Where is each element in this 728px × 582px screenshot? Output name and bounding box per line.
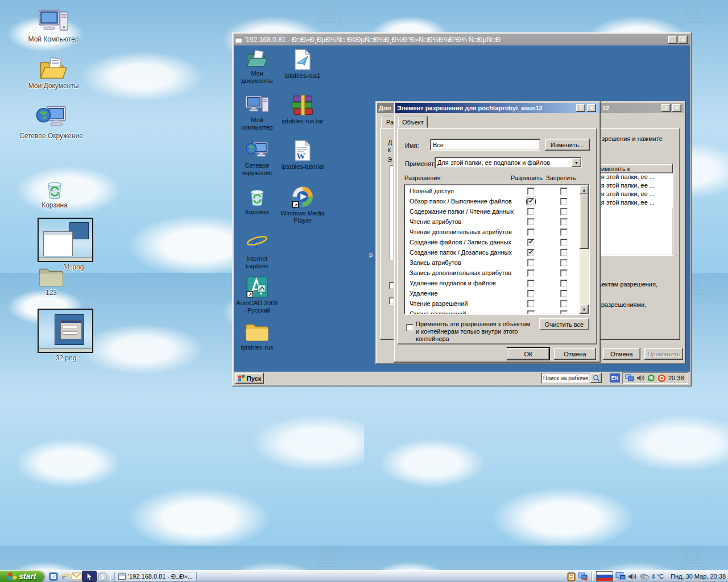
help-button[interactable]: ? bbox=[661, 104, 671, 112]
quick-launch-mail[interactable] bbox=[71, 571, 82, 581]
allow-checkbox[interactable] bbox=[527, 198, 535, 205]
apply-to-column-header[interactable]: Применять к bbox=[591, 164, 673, 173]
permission-row[interactable]: Запись атрибутов bbox=[405, 257, 580, 268]
close-button[interactable]: ✕ bbox=[587, 104, 596, 112]
allow-checkbox[interactable] bbox=[527, 280, 535, 287]
remote-icon-my-computer[interactable]: Мой компьютер bbox=[235, 94, 279, 131]
apply-to-row[interactable]: Для этой папки, ее ... bbox=[591, 199, 673, 207]
deny-checkbox[interactable] bbox=[560, 259, 568, 267]
permission-row[interactable]: Обзор папок / Выполнение файлов bbox=[405, 196, 580, 206]
scrollbar[interactable]: ▲ ▼ bbox=[580, 185, 589, 314]
close-button[interactable]: ✕ bbox=[672, 104, 681, 112]
remote-icon-my-documents[interactable]: Мои документы bbox=[235, 49, 279, 85]
deny-checkbox[interactable] bbox=[560, 300, 568, 307]
desktop-icon-my-computer[interactable]: Мой Компьютер bbox=[19, 8, 88, 43]
allow-checkbox[interactable] bbox=[527, 188, 535, 195]
permissions-listbox[interactable]: Полный доступ Обзор папок / Выполнение ф… bbox=[404, 184, 590, 315]
allow-checkbox[interactable] bbox=[527, 269, 535, 277]
deny-checkbox[interactable] bbox=[560, 249, 568, 256]
remote-icon-network[interactable]: Сетевое окружение bbox=[235, 140, 279, 177]
allow-checkbox[interactable] bbox=[527, 208, 535, 215]
deny-checkbox[interactable] bbox=[560, 290, 568, 297]
permission-row[interactable]: Удаление bbox=[405, 288, 580, 298]
apply-to-row[interactable]: Для этой папки, ее ... bbox=[591, 190, 673, 199]
deny-checkbox[interactable] bbox=[560, 228, 568, 236]
allow-checkbox[interactable] bbox=[527, 218, 535, 226]
network-tray-icon[interactable] bbox=[625, 374, 634, 382]
guard-tray-icon[interactable] bbox=[657, 374, 666, 383]
remote-icon-recycle-bin[interactable]: Корзина bbox=[235, 186, 279, 216]
volume-tray-icon[interactable] bbox=[628, 572, 637, 581]
apply-to-combobox[interactable]: Для этой папки, ее подпапок и файлов ▼ bbox=[435, 157, 582, 168]
deny-checkbox[interactable] bbox=[560, 280, 568, 287]
remote-search-button[interactable] bbox=[590, 373, 602, 383]
deny-checkbox[interactable] bbox=[560, 218, 568, 226]
desktop-icon-network[interactable]: Сетевое Окружение bbox=[6, 103, 97, 140]
desktop-icon-my-documents[interactable]: Мои Документы bbox=[19, 56, 88, 90]
dialog-titlebar[interactable]: Элемент разрешения для pochtaprobyi_asus… bbox=[395, 103, 599, 113]
cancel-button[interactable]: Отмена bbox=[554, 348, 596, 360]
permission-row[interactable]: Создание папок / Дозапись данных bbox=[405, 247, 580, 257]
scroll-up-icon[interactable]: ▲ bbox=[580, 185, 589, 194]
permission-row[interactable]: Создание файлов / Запись данных bbox=[405, 237, 580, 247]
scrollbar-thumb[interactable] bbox=[580, 194, 589, 249]
clear-all-button[interactable]: Очистить все bbox=[539, 318, 589, 330]
start-button[interactable]: start bbox=[0, 571, 44, 582]
desktop-icon-recycle-bin[interactable]: Корзина bbox=[26, 178, 83, 209]
deny-checkbox[interactable] bbox=[560, 188, 568, 195]
deny-checkbox[interactable] bbox=[560, 208, 568, 215]
minimize-button[interactable]: _ bbox=[668, 36, 677, 44]
change-button[interactable]: Изменить... bbox=[545, 139, 590, 151]
permission-row[interactable]: Удаление подпапок и файлов bbox=[405, 278, 580, 288]
network-status-tray-icon[interactable] bbox=[578, 572, 588, 581]
apply-to-row[interactable]: Для этой папки, ее ... bbox=[591, 182, 673, 190]
permission-row[interactable]: Чтение дополнительных атрибутов bbox=[405, 227, 580, 237]
name-field[interactable]: Все bbox=[430, 139, 540, 151]
allow-checkbox[interactable] bbox=[527, 310, 535, 315]
remote-icon-folder-iptables-rus[interactable]: iptables-rus bbox=[235, 322, 279, 351]
permission-row[interactable]: Чтение атрибутов bbox=[405, 217, 580, 227]
ok-button[interactable]: ОК bbox=[507, 348, 549, 360]
combobox-dropdown-arrow-icon[interactable]: ▼ bbox=[572, 158, 581, 167]
remote-window-titlebar[interactable]: '192.168.0.81 - Ð□Ð»Ð¸ÐµÐ½Ñ□ Ð¢ÐµÑ□Ð¼Ð¸Ð… bbox=[234, 34, 690, 45]
update-tray-icon[interactable] bbox=[647, 374, 655, 382]
remote-start-button[interactable]: Пуск bbox=[235, 373, 264, 384]
quick-launch-internet-explorer[interactable]: e bbox=[59, 571, 71, 581]
deny-checkbox[interactable] bbox=[560, 269, 568, 277]
language-flag-ru-icon[interactable] bbox=[596, 571, 613, 581]
permission-row[interactable]: Чтение разрешений bbox=[405, 298, 580, 309]
display-tray-icon[interactable] bbox=[615, 572, 626, 581]
remote-language-indicator[interactable]: EN bbox=[610, 373, 620, 383]
allow-checkbox[interactable] bbox=[527, 259, 535, 267]
desktop-icon-32png[interactable]: 32.png bbox=[38, 309, 94, 362]
deny-checkbox[interactable] bbox=[560, 198, 568, 205]
tab-object[interactable]: Объект bbox=[398, 116, 428, 128]
close-button[interactable]: ✕ bbox=[679, 36, 688, 44]
allow-checkbox[interactable] bbox=[527, 290, 535, 297]
permission-row[interactable]: Полный доступ bbox=[405, 186, 580, 196]
quick-launch-remote-desktop[interactable] bbox=[82, 571, 97, 582]
permission-row[interactable]: Запись дополнительных атрибутов bbox=[405, 268, 580, 278]
permission-row[interactable]: Содержание папки / Чтение данных bbox=[405, 206, 580, 217]
deny-checkbox[interactable] bbox=[560, 310, 568, 315]
remote-icon-wmp[interactable]: ↗ Windows Media Player bbox=[280, 185, 325, 225]
permission-entry-dialog[interactable]: Элемент разрешения для pochtaprobyi_asus… bbox=[394, 101, 601, 363]
task-button-remote-session[interactable]: '192.168.0.81 - Ð□Ð»... bbox=[114, 572, 197, 581]
weather-tray-icon[interactable] bbox=[639, 572, 650, 581]
cancel-button[interactable]: Отмена bbox=[603, 348, 640, 360]
remote-icon-autocad[interactable]: ↗ AutoCAD 2006 - Русский bbox=[235, 276, 279, 314]
quick-launch-app[interactable] bbox=[97, 571, 108, 581]
quick-launch-show-desktop[interactable] bbox=[48, 571, 59, 581]
allow-checkbox[interactable] bbox=[527, 249, 535, 256]
help-button[interactable]: ? bbox=[576, 104, 585, 112]
allow-checkbox[interactable] bbox=[527, 228, 535, 236]
scope-checkbox[interactable] bbox=[406, 324, 413, 331]
desktop-icon-31png[interactable]: 31.png bbox=[38, 218, 94, 271]
remote-icon-iptables-rus-tar[interactable]: iptables-rus.tar bbox=[280, 94, 325, 125]
permission-row[interactable]: Смена разрешений bbox=[405, 309, 580, 314]
clipboard-tray-icon[interactable] bbox=[567, 572, 576, 581]
volume-tray-icon[interactable] bbox=[636, 374, 645, 382]
apply-to-row[interactable]: Для этой папки, ее ... bbox=[591, 173, 673, 182]
allow-checkbox[interactable] bbox=[527, 300, 535, 307]
allow-checkbox[interactable] bbox=[527, 239, 535, 246]
